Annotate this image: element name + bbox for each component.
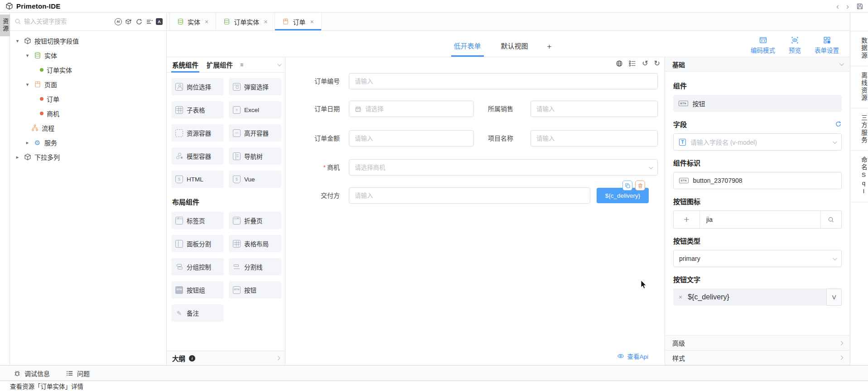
nav-back-icon[interactable]: ‹ xyxy=(836,2,839,10)
tree-item-opportunity-page[interactable]: 商机 xyxy=(10,106,166,121)
palette-item-group-control[interactable]: 分组控制 xyxy=(171,258,224,275)
tree-item-order-page[interactable]: 订单 xyxy=(10,92,166,106)
rail-tab-offline-resources[interactable]: 离线资源 xyxy=(850,66,868,108)
field-select[interactable]: T 请输入字段名 (v-model) xyxy=(673,133,842,151)
palette-item-resource-container[interactable]: 资源容器 xyxy=(171,124,224,142)
tab-extension-components[interactable]: 扩展组件 xyxy=(206,57,234,73)
palette-menu-icon[interactable]: ≡ xyxy=(240,62,243,68)
caret-down-icon[interactable]: ▾ xyxy=(14,38,20,44)
close-icon[interactable]: × xyxy=(310,18,313,25)
caret-down-icon[interactable]: ▾ xyxy=(24,82,30,88)
problems-label: 问题 xyxy=(77,369,90,378)
amount-input[interactable] xyxy=(349,130,474,147)
tree-item-services[interactable]: ▸ ⚙ 服务 xyxy=(10,135,166,150)
add-view-button[interactable]: + xyxy=(547,42,552,57)
delete-widget-icon[interactable] xyxy=(635,181,645,191)
save-icon[interactable] xyxy=(856,3,863,10)
delivery-input[interactable] xyxy=(349,187,590,204)
debug-info-button[interactable]: 调试信息 xyxy=(14,369,50,378)
palette-item-note[interactable]: ✎备注 xyxy=(171,304,224,322)
palette-item-position-select[interactable]: 岗位选择 xyxy=(171,78,224,95)
palette-item-nav-tree[interactable]: 导航树 xyxy=(229,147,281,165)
palette-item-panel-split[interactable]: 面板分割 xyxy=(171,235,224,252)
button-text-box[interactable]: × ${c_delivery} V xyxy=(673,288,842,306)
component-id-input[interactable] xyxy=(693,177,836,184)
section-style[interactable]: 样式 xyxy=(665,350,850,365)
refresh-icon[interactable] xyxy=(135,18,143,25)
nav-forward-icon[interactable]: › xyxy=(846,2,849,10)
palette-scroll[interactable]: 岗位选择 弹窗选择 子表格 xExcel 资源容器 </>高开容器 模型容器 导… xyxy=(167,73,285,351)
doc-tab-order-page[interactable]: 订单 × xyxy=(275,13,321,30)
button-type-select[interactable]: primary xyxy=(673,250,842,267)
outline-tree-icon[interactable] xyxy=(629,60,636,67)
model-container-icon xyxy=(175,152,183,160)
palette-item-tab-page[interactable]: 标签页 xyxy=(171,212,224,229)
clear-icon[interactable]: × xyxy=(679,293,682,301)
caret-down-icon[interactable]: ▾ xyxy=(24,53,30,59)
order-no-input[interactable] xyxy=(349,73,658,89)
tree-item-flows[interactable]: 流程 xyxy=(10,121,166,135)
translate-icon[interactable]: A xyxy=(156,18,163,25)
redo-icon[interactable]: ↻ xyxy=(654,60,660,67)
opportunity-select[interactable] xyxy=(349,159,658,176)
rail-tab-datasource[interactable]: 数据源 xyxy=(850,31,868,66)
close-icon[interactable]: × xyxy=(264,18,267,25)
view-tab-lowcode-form[interactable]: 低开表单 xyxy=(453,41,482,57)
problems-button[interactable]: 问题 xyxy=(66,369,90,378)
rail-tab-third-party-services[interactable]: 三方服务 xyxy=(850,108,868,150)
palette-item-popup-select[interactable]: 弹窗选择 xyxy=(229,78,281,95)
section-basic[interactable]: 基础 xyxy=(665,57,850,72)
palette-item-button-group[interactable]: BTN按钮组 xyxy=(171,281,224,298)
outline-footer[interactable]: 大纲 i xyxy=(167,351,285,365)
code-mode-button[interactable]: 编码模式 xyxy=(751,36,775,54)
ai-icon[interactable]: AI xyxy=(115,18,122,25)
variable-badge-button[interactable]: V xyxy=(826,288,842,306)
rail-tab-resources[interactable]: 资源 xyxy=(0,15,10,36)
sales-input[interactable] xyxy=(530,101,658,117)
rail-tab-named-sql[interactable]: 命名Sql xyxy=(850,150,868,202)
tree-item-project[interactable]: ▾ 按钮切换字段值 xyxy=(10,34,166,48)
doc-tab-order-entity[interactable]: 订单实体 × xyxy=(216,13,275,30)
form-canvas[interactable]: ↺ ↻ 订单编号 订单日期 xyxy=(285,57,665,365)
refresh-field-icon[interactable] xyxy=(835,121,842,127)
copy-widget-icon[interactable] xyxy=(622,181,632,191)
search-input[interactable] xyxy=(24,18,112,25)
palette-item-collapse-page[interactable]: 折叠页 xyxy=(229,212,281,229)
section-advanced[interactable]: 高级 xyxy=(665,335,850,350)
icon-search-button[interactable] xyxy=(820,211,841,228)
palette-item-subtable[interactable]: 子表格 xyxy=(171,101,224,118)
palette-item-vue[interactable]: 5Vue xyxy=(229,171,281,188)
close-icon[interactable]: × xyxy=(205,18,208,25)
palette-item-label: 高开容器 xyxy=(244,128,269,137)
form-settings-button[interactable]: 表单设置 xyxy=(815,36,839,54)
sort-icon[interactable] xyxy=(145,18,153,25)
palette-item-button[interactable]: BTN按钮 xyxy=(229,281,281,298)
tree-item-dropdown-project[interactable]: ▸ 下拉多列 xyxy=(10,150,166,164)
view-tab-default[interactable]: 默认视图 xyxy=(500,41,529,57)
palette-item-table-layout[interactable]: 表格布局 xyxy=(229,235,281,252)
palette-item-excel[interactable]: xExcel xyxy=(229,101,281,118)
view-api-link[interactable]: 查看Api xyxy=(617,352,648,361)
undo-icon[interactable]: ↺ xyxy=(642,60,648,67)
i18n-globe-icon[interactable] xyxy=(616,60,623,67)
chevron-right-icon[interactable] xyxy=(276,356,280,361)
doc-tab-entity[interactable]: 实体 × xyxy=(169,13,216,30)
title-bar: Primeton-IDE ‹ › xyxy=(0,0,868,13)
palette-item-model-container[interactable]: 模型容器 xyxy=(171,147,224,165)
tree-item-pages[interactable]: ▾ 页面 xyxy=(10,77,166,92)
caret-right-icon[interactable]: ▸ xyxy=(24,140,30,146)
order-date-input[interactable] xyxy=(349,101,474,117)
palette-item-html[interactable]: 5HTML xyxy=(171,171,224,188)
tree-item-entities[interactable]: ▾ 实体 xyxy=(10,48,166,63)
palette-item-divider[interactable]: 分割线 xyxy=(229,258,281,275)
button-icon-input[interactable] xyxy=(700,211,820,228)
tab-system-components[interactable]: 系统组件 xyxy=(171,57,199,73)
caret-right-icon[interactable]: ▸ xyxy=(14,154,20,160)
chevron-down-icon[interactable] xyxy=(277,62,282,66)
palette-item-procode-container[interactable]: </>高开容器 xyxy=(229,124,281,142)
tree-item-order-entity[interactable]: 订单实体 xyxy=(10,63,166,77)
component-id-box[interactable]: BTN xyxy=(673,172,842,189)
preview-button[interactable]: 预览 xyxy=(789,36,801,54)
project-name-input[interactable] xyxy=(530,130,658,147)
add-project-icon[interactable] xyxy=(125,18,132,25)
